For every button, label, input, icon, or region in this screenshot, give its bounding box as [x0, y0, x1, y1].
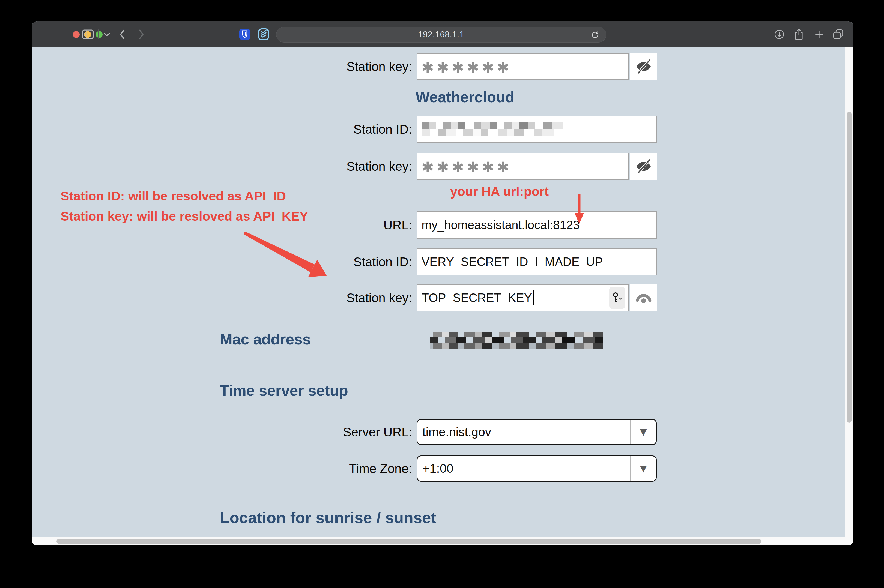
ha-station-id-input[interactable]: VERY_SECRET_ID_I_MADE_UP [417, 248, 657, 276]
weathercloud-heading: Weathercloud [416, 88, 515, 106]
location-heading: Location for sunrise / sunset [220, 508, 436, 526]
vertical-scrollbar-track[interactable] [845, 48, 854, 546]
annotation-line-1: Station ID: will be resolved as API_ID [60, 186, 308, 206]
ha-url-row: URL: my_homeassistant.local:8123 [32, 212, 657, 238]
eye-slash-icon [635, 159, 652, 174]
ha-station-key-label: Station key: [32, 291, 412, 305]
tab-overview-button[interactable] [831, 28, 845, 41]
eye-icon [635, 291, 652, 305]
eye-slash-icon [635, 60, 652, 74]
share-icon [793, 28, 804, 40]
ha-url-label: URL: [32, 218, 412, 232]
browser-window: 192.168.1.1 [32, 21, 854, 546]
downloads-button[interactable] [773, 28, 786, 41]
server-url-row: Server URL: time.nist.gov ▼ [32, 419, 657, 445]
wu-station-key-row: Station key: ✱✱✱✱✱✱ [32, 54, 657, 80]
select-arrow-icon: ▼ [631, 426, 656, 438]
new-tab-icon [814, 29, 824, 39]
masked-password-text: ✱✱✱✱✱✱ [422, 58, 512, 75]
sidebar-icon [82, 29, 94, 40]
horizontal-scrollbar-thumb[interactable] [57, 539, 761, 544]
ha-url-value: my_homeassistant.local:8123 [422, 218, 580, 232]
ha-station-key-row: Station key: TOP_SECRET_KEY [32, 284, 657, 312]
server-url-value: time.nist.gov [417, 425, 630, 439]
time-server-heading: Time server setup [220, 382, 348, 399]
ha-station-id-row: Station ID: VERY_SECRET_ID_I_MADE_UP [32, 248, 657, 276]
wu-station-key-input[interactable]: ✱✱✱✱✱✱ [417, 54, 629, 80]
checklist-extension-icon [258, 28, 269, 41]
forward-icon [138, 29, 145, 40]
back-button[interactable] [116, 28, 129, 41]
toolbar-divider [99, 30, 99, 39]
back-icon [119, 29, 126, 40]
time-zone-value: +1:00 [417, 462, 630, 476]
address-text: 192.168.1.1 [418, 30, 464, 39]
sidebar-menu-button[interactable] [101, 28, 114, 41]
ha-station-key-value: TOP_SECRET_KEY [422, 291, 532, 304]
reload-button[interactable] [590, 30, 600, 40]
masked-password-text: ✱✱✱✱✱✱ [422, 158, 512, 174]
tab-overview-icon [833, 29, 844, 40]
checklist-extension-button[interactable] [257, 28, 270, 41]
time-zone-select[interactable]: +1:00 ▼ [417, 456, 657, 482]
redacted-mac-address [430, 332, 603, 349]
wc-station-id-label: Station ID: [32, 122, 412, 136]
sidebar-toggle-button[interactable] [81, 28, 95, 41]
forward-button[interactable] [135, 28, 148, 41]
server-url-select[interactable]: time.nist.gov ▼ [417, 419, 657, 445]
ha-station-key-input[interactable]: TOP_SECRET_KEY [417, 284, 629, 312]
annotation-ha-note: your HA url:port [450, 184, 549, 199]
page-content: Station key: ✱✱✱✱✱✱ Weathercloud Station… [32, 48, 845, 537]
server-url-label: Server URL: [32, 424, 412, 440]
mac-address-heading: Mac address [220, 330, 311, 348]
key-icon [612, 291, 623, 304]
wu-station-key-label: Station key: [32, 59, 412, 74]
vertical-scrollbar-thumb[interactable] [847, 112, 851, 423]
password-autofill-button[interactable] [609, 286, 625, 309]
browser-toolbar: 192.168.1.1 [32, 21, 854, 48]
close-window-button[interactable] [73, 31, 80, 38]
ha-station-id-value: VERY_SECRET_ID_I_MADE_UP [422, 255, 603, 268]
wc-station-key-row: Station key: ✱✱✱✱✱✱ [32, 153, 657, 180]
bitwarden-extension-icon [239, 28, 251, 40]
time-zone-label: Time Zone: [32, 461, 412, 476]
ha-url-input[interactable]: my_homeassistant.local:8123 [417, 212, 657, 238]
wc-station-id-row: Station ID: [32, 116, 657, 143]
text-cursor [533, 291, 534, 305]
share-button[interactable] [792, 28, 805, 41]
address-bar[interactable]: 192.168.1.1 [276, 27, 606, 42]
wc-station-key-label: Station key: [32, 159, 412, 174]
bitwarden-extension-button[interactable] [238, 28, 251, 41]
time-zone-row: Time Zone: +1:00 ▼ [32, 456, 657, 482]
ha-station-id-label: Station ID: [32, 255, 412, 269]
wc-show-key-button[interactable] [630, 153, 657, 180]
reload-icon [590, 30, 600, 39]
chevron-down-icon [104, 32, 111, 37]
ha-show-key-button[interactable] [630, 284, 657, 312]
select-arrow-icon: ▼ [631, 462, 656, 475]
wc-station-key-input[interactable]: ✱✱✱✱✱✱ [417, 153, 629, 180]
download-icon [774, 29, 785, 40]
wu-show-key-button[interactable] [630, 54, 657, 80]
wc-station-id-input[interactable] [417, 116, 657, 143]
new-tab-button[interactable] [812, 28, 825, 41]
horizontal-scrollbar-track[interactable] [32, 537, 845, 546]
redacted-station-id [422, 122, 563, 136]
